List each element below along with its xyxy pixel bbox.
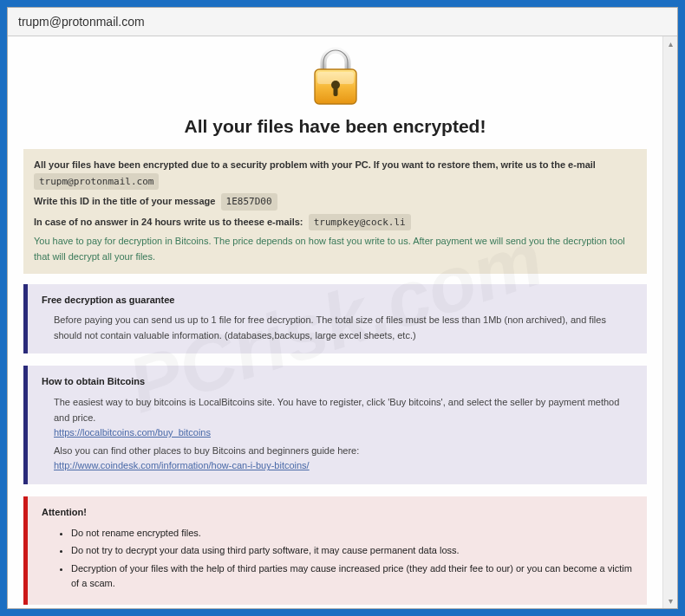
email-pill-1[interactable]: trupm@protonmail.com bbox=[34, 173, 159, 191]
bitcoin-title: How to obtain Bitcoins bbox=[42, 374, 633, 390]
bitcoin-link1[interactable]: https://localbitcoins.com/buy_bitcoins bbox=[54, 427, 211, 438]
guarantee-body: Before paying you can send us up to 1 fi… bbox=[42, 313, 633, 343]
svg-rect-3 bbox=[333, 87, 337, 96]
intro-block: All your files have been encrypted due t… bbox=[23, 149, 647, 274]
attention-item: Decryption of your files with the help o… bbox=[71, 561, 633, 592]
intro-note: You have to pay for decryption in Bitcoi… bbox=[34, 234, 636, 264]
guarantee-box: Free decryption as guarantee Before payi… bbox=[23, 284, 647, 354]
intro-line1-text: All your files have been encrypted due t… bbox=[34, 159, 596, 170]
attention-item: Do not try to decrypt your data using th… bbox=[71, 543, 633, 559]
guarantee-title: Free decryption as guarantee bbox=[42, 293, 633, 308]
email-pill-2[interactable]: trumpkey@cock.li bbox=[309, 214, 411, 231]
intro-line3-text: In case of no answer in 24 hours write u… bbox=[34, 217, 303, 227]
bitcoin-line1: The easiest way to buy bitcoins is Local… bbox=[54, 395, 633, 425]
intro-line2-text: Write this ID in the title of your messa… bbox=[34, 196, 215, 206]
intro-line-3: In case of no answer in 24 hours write u… bbox=[34, 214, 636, 231]
lock-icon bbox=[306, 45, 365, 111]
scrollbar[interactable]: ▴ ▾ bbox=[662, 36, 677, 608]
attention-title: Attention! bbox=[42, 505, 633, 521]
attention-list: Do not rename encrypted files. Do not tr… bbox=[42, 526, 633, 592]
intro-line-2: Write this ID in the title of your messa… bbox=[34, 193, 636, 211]
main-heading: All your files have been encrypted! bbox=[23, 116, 647, 137]
bitcoin-body: The easiest way to buy bitcoins is Local… bbox=[42, 395, 633, 474]
ransom-note-window: trupm@protonmail.com PCrisk.com bbox=[7, 7, 678, 609]
window-title: trupm@protonmail.com bbox=[8, 8, 677, 36]
bitcoin-line2: Also you can find other places to buy Bi… bbox=[54, 444, 633, 459]
bitcoin-box: How to obtain Bitcoins The easiest way t… bbox=[23, 366, 647, 484]
content-wrap: PCrisk.com bbox=[8, 36, 677, 608]
scroll-up-icon[interactable]: ▴ bbox=[669, 39, 673, 49]
intro-line-1: All your files have been encrypted due t… bbox=[34, 158, 636, 173]
bitcoin-link2[interactable]: http://www.coindesk.com/information/how-… bbox=[54, 460, 310, 470]
attention-item: Do not rename encrypted files. bbox=[71, 526, 633, 541]
scroll-down-icon[interactable]: ▾ bbox=[669, 596, 673, 606]
id-code-pill[interactable]: 1E857D00 bbox=[221, 193, 277, 211]
attention-box: Attention! Do not rename encrypted files… bbox=[23, 496, 647, 605]
content-area: PCrisk.com bbox=[8, 36, 662, 608]
lock-wrap bbox=[23, 45, 647, 111]
